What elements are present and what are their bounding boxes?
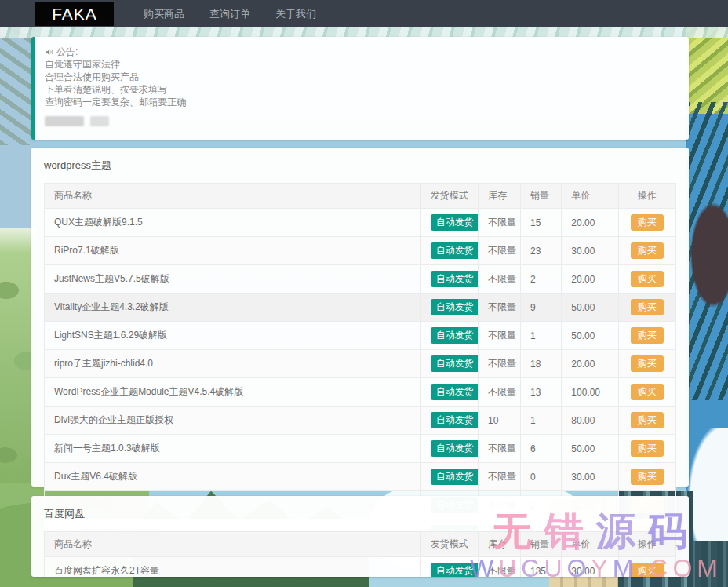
product-sales: 15 bbox=[520, 209, 561, 237]
nav-link-buy-products[interactable]: 购买商品 bbox=[131, 0, 197, 27]
buy-button[interactable]: 购买 bbox=[631, 469, 664, 485]
column-header: 商品名称 bbox=[45, 532, 421, 557]
buy-button[interactable]: 购买 bbox=[631, 384, 664, 400]
action-cell: 购买 bbox=[618, 378, 675, 407]
action-cell: 购买 bbox=[618, 265, 675, 294]
product-row: 新闻一号主题1.0.3破解版自动发货不限量650.00购买 bbox=[45, 435, 676, 463]
background-leaves-left bbox=[0, 27, 35, 145]
product-section-baidu-netdisk: 百度网盘 商品名称发货模式库存销量单价操作 百度网盘扩容永久2T容量自动发货不限… bbox=[31, 496, 689, 577]
column-header: 发货模式 bbox=[420, 184, 478, 209]
column-header: 库存 bbox=[479, 532, 521, 557]
column-header: 发货模式 bbox=[420, 532, 478, 557]
section-title: wordpress主题 bbox=[44, 159, 676, 173]
product-row: RiPro7.1破解版自动发货不限量2330.00购买 bbox=[45, 237, 676, 265]
product-stock: 不限量 bbox=[479, 557, 521, 578]
column-header: 单价 bbox=[562, 184, 618, 209]
product-stock: 不限量 bbox=[479, 294, 521, 322]
action-cell: 购买 bbox=[618, 407, 675, 435]
product-name: Divi强大的企业主题正版授权 bbox=[45, 407, 421, 435]
action-cell: 购买 bbox=[618, 350, 675, 378]
product-row: Dux主题V6.4破解版自动发货不限量030.00购买 bbox=[45, 463, 676, 491]
buy-button[interactable]: 购买 bbox=[631, 412, 664, 428]
buy-button[interactable]: 购买 bbox=[631, 271, 664, 287]
redacted-blob bbox=[90, 116, 109, 126]
announcement-title-row: 公告: bbox=[45, 46, 676, 58]
delivery-mode-badge: 自动发货 bbox=[431, 355, 479, 372]
action-cell: 购买 bbox=[618, 435, 675, 463]
buy-button[interactable]: 购买 bbox=[631, 563, 664, 577]
product-name: JustNews主题V5.7.5破解版 bbox=[45, 265, 421, 294]
delivery-mode-badge: 自动发货 bbox=[431, 299, 479, 315]
nav-link-about-us[interactable]: 关于我们 bbox=[263, 0, 329, 27]
product-name: QUX主题破解版9.1.5 bbox=[45, 209, 421, 237]
announcement-line: 合理合法使用购买产品 bbox=[45, 71, 676, 83]
product-sales: 2 bbox=[520, 265, 561, 294]
site-logo[interactable]: FAKA bbox=[35, 2, 114, 26]
delivery-mode-cell: 自动发货 bbox=[420, 294, 478, 322]
product-stock: 不限量 bbox=[479, 237, 521, 265]
announcement-title: 公告: bbox=[56, 46, 78, 58]
product-stock: 不限量 bbox=[479, 435, 521, 463]
delivery-mode-cell: 自动发货 bbox=[420, 557, 478, 578]
column-header: 销量 bbox=[520, 184, 561, 209]
action-cell: 购买 bbox=[618, 237, 675, 265]
column-header: 库存 bbox=[479, 184, 521, 209]
product-row: WordPress企业主题Module主题V4.5.4破解版自动发货不限量131… bbox=[45, 378, 676, 407]
product-row: 百度网盘扩容永久2T容量自动发货不限量13530.00购买 bbox=[45, 557, 676, 578]
buy-button[interactable]: 购买 bbox=[631, 299, 664, 315]
nav-link-query-orders[interactable]: 查询订单 bbox=[197, 0, 263, 27]
product-table: 商品名称发货模式库存销量单价操作 百度网盘扩容永久2T容量自动发货不限量1353… bbox=[44, 531, 676, 577]
action-cell: 购买 bbox=[618, 557, 675, 578]
product-stock: 不限量 bbox=[479, 350, 521, 378]
product-name: WordPress企业主题Module主题V4.5.4破解版 bbox=[45, 378, 421, 407]
redacted-text bbox=[45, 116, 676, 126]
product-sales: 13 bbox=[520, 378, 561, 407]
product-sales: 1 bbox=[520, 322, 561, 350]
announcement-line: 下单看清楚说明、按要求填写 bbox=[45, 83, 676, 96]
delivery-mode-badge: 自动发货 bbox=[431, 469, 479, 485]
buy-button[interactable]: 购买 bbox=[631, 242, 664, 259]
delivery-mode-cell: 自动发货 bbox=[420, 209, 478, 237]
product-row: LightSNS主题1.6.29破解版自动发货不限量150.00购买 bbox=[45, 322, 676, 350]
action-cell: 购买 bbox=[618, 294, 675, 322]
announcement-card: 公告: 自觉遵守国家法律 合理合法使用购买产品 下单看清楚说明、按要求填写 查询… bbox=[31, 37, 689, 140]
delivery-mode-cell: 自动发货 bbox=[420, 350, 478, 378]
buy-button[interactable]: 购买 bbox=[631, 214, 664, 231]
column-header: 销量 bbox=[520, 532, 561, 557]
redacted-blob bbox=[45, 116, 84, 126]
product-section-wordpress: wordpress主题 商品名称发货模式库存销量单价操作 QUX主题破解版9.1… bbox=[31, 148, 689, 487]
product-sales: 18 bbox=[520, 350, 561, 378]
product-stock: 不限量 bbox=[479, 322, 521, 350]
delivery-mode-cell: 自动发货 bbox=[420, 463, 478, 491]
delivery-mode-badge: 自动发货 bbox=[431, 440, 479, 457]
buy-button[interactable]: 购买 bbox=[631, 440, 664, 457]
delivery-mode-cell: 自动发货 bbox=[420, 265, 478, 294]
delivery-mode-badge: 自动发货 bbox=[431, 271, 479, 287]
buy-button[interactable]: 购买 bbox=[631, 355, 664, 372]
product-price: 80.00 bbox=[562, 407, 618, 435]
product-price: 50.00 bbox=[562, 322, 618, 350]
announcement-line: 查询密码一定要复杂、邮箱要正确 bbox=[45, 96, 676, 108]
product-name: Vitality企业主题4.3.2破解版 bbox=[45, 294, 421, 322]
table-header-row: 商品名称发货模式库存销量单价操作 bbox=[45, 184, 676, 209]
product-sales: 6 bbox=[520, 435, 561, 463]
background-palm-fronds bbox=[686, 27, 728, 114]
product-stock: 不限量 bbox=[479, 209, 521, 237]
delivery-mode-badge: 自动发货 bbox=[431, 563, 479, 577]
product-row: QUX主题破解版9.1.5自动发货不限量1520.00购买 bbox=[45, 209, 676, 237]
product-stock: 不限量 bbox=[479, 378, 521, 407]
delivery-mode-cell: 自动发货 bbox=[420, 322, 478, 350]
product-stock: 10 bbox=[479, 407, 521, 435]
table-header-row: 商品名称发货模式库存销量单价操作 bbox=[45, 532, 676, 557]
delivery-mode-badge: 自动发货 bbox=[431, 214, 479, 231]
column-header: 单价 bbox=[562, 532, 618, 557]
product-table: 商品名称发货模式库存销量单价操作 QUX主题破解版9.1.5自动发货不限量152… bbox=[44, 183, 676, 548]
delivery-mode-cell: 自动发货 bbox=[420, 435, 478, 463]
top-navbar: FAKA 购买商品 查询订单 关于我们 bbox=[0, 0, 728, 27]
buy-button[interactable]: 购买 bbox=[631, 327, 664, 344]
delivery-mode-badge: 自动发货 bbox=[431, 327, 479, 344]
column-header: 操作 bbox=[618, 532, 675, 557]
product-stock: 不限量 bbox=[479, 265, 521, 294]
product-price: 20.00 bbox=[562, 209, 618, 237]
product-name: RiPro7.1破解版 bbox=[45, 237, 421, 265]
